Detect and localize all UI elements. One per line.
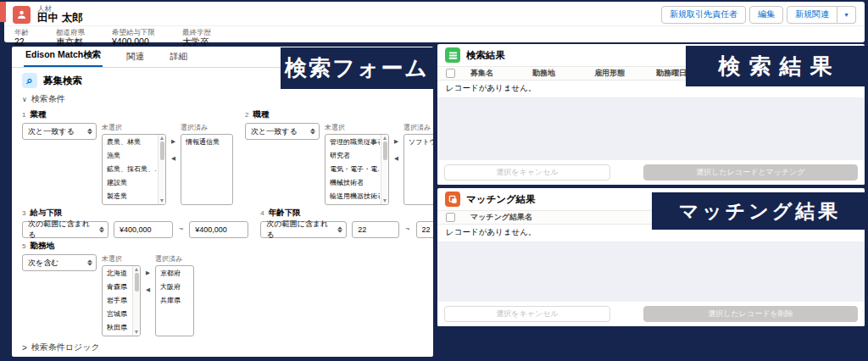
location-chosen-listbox[interactable]: 京都府大阪府兵庫県 xyxy=(155,265,194,336)
listbox-option[interactable]: 山形県 xyxy=(103,334,131,336)
matching-empty-area xyxy=(437,242,865,302)
field-prefecture: 都道府県 東京都 xyxy=(56,28,85,47)
listbox-option[interactable]: 機械技術者 xyxy=(326,175,380,189)
occupation-available-listbox[interactable]: 管理的職業従事者研究者電気・電子・電…機械技術者輸送用機器技術者金属技術者 xyxy=(325,134,389,205)
location-available-listbox[interactable]: 北海道青森県岩手県宮城県秋田県山形県 xyxy=(102,265,141,336)
edit-button[interactable]: 編集 xyxy=(749,6,783,24)
salary-operator-select[interactable]: 次の範囲に含まれる xyxy=(22,221,108,238)
listbox-option[interactable]: 鉱業、採石業、… xyxy=(103,162,157,175)
cancel-selection-button[interactable]: 選択をキャンセル xyxy=(444,164,610,180)
listbox-scrollbar[interactable] xyxy=(158,135,165,204)
listbox-option[interactable]: 北海道 xyxy=(103,266,131,280)
field-value: ¥400,000 xyxy=(112,36,155,47)
listbox-scrollbar[interactable] xyxy=(381,135,388,204)
column-header: 雇用形態 xyxy=(594,68,656,79)
filter-group-salary: 3 給与下限 次の範囲に含まれる ~ xyxy=(22,208,248,238)
industry-available-listbox[interactable]: 農業、林業漁業鉱業、採石業、…建設業製造業電気・ガス・熱… xyxy=(102,134,166,205)
listbox-option[interactable]: 青森県 xyxy=(103,280,131,293)
search-icon: ⌕ xyxy=(22,73,37,88)
select-stepper-icon xyxy=(99,227,104,233)
condition-logic-toggle[interactable]: > 検索条件ロジック xyxy=(12,336,433,357)
listbox-option[interactable]: 電気・電子・電… xyxy=(326,162,380,175)
listbox-option[interactable]: 京都府 xyxy=(156,266,193,280)
listbox-option[interactable]: 宮城県 xyxy=(103,307,131,320)
tab-edison-match-search[interactable]: Edison Match検索 xyxy=(24,47,103,67)
annotation-search-form: 検索フォーム xyxy=(281,47,433,89)
group-label: 業種 xyxy=(30,109,46,120)
move-right-icon[interactable]: ▶ xyxy=(171,138,175,145)
listbox-option[interactable]: 電気・ガス・熱… xyxy=(103,203,157,205)
group-number: 2 xyxy=(245,111,248,119)
conditions-section-toggle[interactable]: ∨ 検索条件 xyxy=(12,90,433,107)
listbox-option[interactable]: 兵庫県 xyxy=(156,293,193,307)
listbox-option[interactable]: 情報通信業 xyxy=(181,135,232,148)
filter-group-occupation: 2 職種 次と一致する 未選択 管理的職業従事者研究者電気・電子・電…機械技 xyxy=(245,109,433,205)
listbox-option[interactable]: 研究者 xyxy=(326,148,380,162)
results-empty-area xyxy=(437,98,865,160)
field-label: 年齢 xyxy=(14,28,29,36)
tab-related[interactable]: 関連 xyxy=(125,47,146,67)
listbox-option[interactable]: 金属技術者 xyxy=(326,203,380,205)
field-value: 22 xyxy=(14,36,29,47)
range-separator: ~ xyxy=(179,225,183,233)
match-selected-records-button[interactable]: 選択したレコードとマッチング xyxy=(643,164,858,180)
listbox-option[interactable]: 管理的職業従事者 xyxy=(326,135,380,148)
listbox-scrollbar[interactable] xyxy=(132,266,140,336)
listbox-option[interactable]: 大阪府 xyxy=(156,280,193,293)
salary-to-input[interactable] xyxy=(189,221,248,238)
annotation-matching-results: マッチング結果 xyxy=(652,192,865,230)
operator-value: 次を含む xyxy=(28,258,58,269)
listbox-option[interactable]: 農業、林業 xyxy=(103,135,157,148)
matching-record-icon xyxy=(445,192,460,207)
filter-group-location: 5 勤務地 次を含む 未選択 北海道青森県岩手県宮城県秋田県山形県 xyxy=(22,241,423,336)
operator-value: 次の範囲に含まれる xyxy=(266,219,333,241)
occupation-chosen-listbox[interactable]: ソフトウェア作成者 xyxy=(403,134,433,205)
occupation-operator-select[interactable]: 次と一致する xyxy=(245,123,320,140)
new-contact-button[interactable]: 新規取引先責任者 xyxy=(661,6,746,24)
move-left-icon[interactable]: ◀ xyxy=(146,286,150,293)
group-number: 1 xyxy=(22,111,25,119)
age-from-input[interactable] xyxy=(352,221,399,238)
industry-operator-select[interactable]: 次と一致する xyxy=(22,123,97,140)
cancel-selection-button[interactable]: 選択をキャンセル xyxy=(444,306,610,322)
select-all-checkbox[interactable] xyxy=(446,69,455,78)
age-to-input[interactable] xyxy=(416,221,433,238)
field-label: 希望給与下限 xyxy=(112,28,155,36)
industry-chosen-listbox[interactable]: 情報通信業 xyxy=(181,134,233,205)
new-related-button[interactable]: 新規関連 xyxy=(787,6,837,24)
annotation-search-results: 検索結果 xyxy=(686,46,865,86)
listbox-option[interactable]: 建設業 xyxy=(103,175,157,189)
search-form-panel: Edison Match検索 関連 詳細 ⌕ 募集検索 ∨ 検索条件 1 業種 xyxy=(12,47,433,357)
listbox-option[interactable]: 秋田県 xyxy=(103,320,131,334)
occupation-chosen-column: 選択済み ソフトウェア作成者 xyxy=(403,123,433,205)
move-left-icon[interactable]: ◀ xyxy=(394,155,398,162)
move-right-icon[interactable]: ▶ xyxy=(146,269,150,276)
more-actions-button[interactable]: ▼ xyxy=(837,6,856,24)
column-header: 勤務地 xyxy=(532,68,594,79)
listbox-option[interactable]: 輸送用機器技術者 xyxy=(326,189,380,203)
listbox-option[interactable]: 製造業 xyxy=(103,189,157,203)
delete-selected-records-button[interactable]: 選択したレコードを削除 xyxy=(643,306,858,322)
listbox-option[interactable]: 岩手県 xyxy=(103,293,131,307)
location-operator-select[interactable]: 次を含む xyxy=(22,254,97,271)
tab-details[interactable]: 詳細 xyxy=(168,47,189,67)
listbox-option[interactable]: 漁業 xyxy=(103,148,157,162)
move-right-icon[interactable]: ▶ xyxy=(394,138,398,145)
condition-logic-title: 検索条件ロジック xyxy=(31,342,100,353)
selected-label: 選択済み xyxy=(181,123,233,132)
unselected-label: 未選択 xyxy=(102,254,141,264)
group-label: 勤務地 xyxy=(30,241,54,252)
group-number: 5 xyxy=(22,242,25,250)
record-name: 田中 太郎 xyxy=(37,13,82,24)
field-label: 都道府県 xyxy=(56,28,85,36)
move-left-icon[interactable]: ◀ xyxy=(171,155,175,162)
salary-from-input[interactable] xyxy=(114,221,173,238)
move-buttons: ▶ ◀ xyxy=(171,138,175,162)
select-all-checkbox[interactable] xyxy=(446,213,455,222)
age-operator-select[interactable]: 次の範囲に含まれる xyxy=(260,221,347,238)
group-label: 年齢下限 xyxy=(269,208,301,219)
header-action-buttons: 新規取引先責任者 編集 新規関連 ▼ xyxy=(661,6,856,24)
listbox-option[interactable]: ソフトウェア作成者 xyxy=(404,135,433,148)
move-buttons: ▶ ◀ xyxy=(394,138,398,162)
industry-available-column: 未選択 農業、林業漁業鉱業、採石業、…建設業製造業電気・ガス・熱… xyxy=(102,123,166,205)
